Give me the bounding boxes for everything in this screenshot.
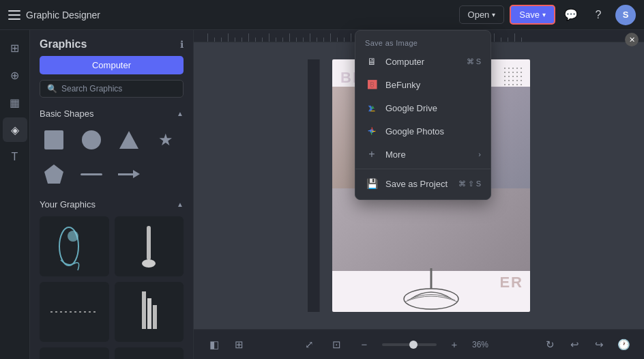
google-photos-icon bbox=[365, 124, 379, 138]
history-icon[interactable]: 🕐 bbox=[614, 335, 633, 354]
dropdown-item-google-photos[interactable]: Google Photos bbox=[355, 119, 491, 143]
graphic-thumb-2[interactable] bbox=[115, 216, 184, 276]
tab-computer[interactable]: Computer bbox=[40, 56, 184, 74]
topbar-center: Open ▾ Save ▾ bbox=[459, 5, 555, 25]
dropdown-item-more[interactable]: + More › bbox=[355, 143, 491, 166]
topbar: Graphic Designer Open ▾ Save ▾ 💬 ? S bbox=[0, 0, 644, 30]
svg-point-3 bbox=[142, 259, 156, 268]
refresh-icon[interactable]: ↻ bbox=[540, 335, 559, 354]
graphics-grid bbox=[30, 214, 193, 359]
shape-pentagon[interactable] bbox=[40, 160, 68, 188]
more-icon: + bbox=[365, 147, 379, 161]
computer-icon: 🖥 bbox=[365, 55, 379, 68]
zoom-slider[interactable] bbox=[382, 343, 437, 346]
open-chevron-icon: ▾ bbox=[492, 11, 495, 18]
graphics-panel: Graphics ℹ Computer 🔍 Search Graphics Ba… bbox=[30, 30, 194, 359]
zoom-out-icon[interactable]: − bbox=[355, 335, 374, 354]
topbar-right: 💬 ? S bbox=[561, 5, 636, 25]
chat-icon[interactable]: 💬 bbox=[561, 5, 581, 25]
undo-icon[interactable]: ↩ bbox=[565, 335, 584, 354]
shape-line[interactable] bbox=[77, 160, 106, 188]
dropdown-item-befunky[interactable]: 🅱 BeFunky bbox=[355, 73, 491, 96]
svg-point-1 bbox=[68, 231, 78, 242]
shape-square[interactable] bbox=[40, 126, 68, 154]
dropdown-item-google-drive[interactable]: Google Drive bbox=[355, 96, 491, 119]
svg-rect-5 bbox=[142, 291, 146, 329]
basic-shapes-section-header: Basic Shapes ▲ bbox=[30, 104, 193, 123]
layers-icon[interactable]: ◧ bbox=[205, 335, 224, 354]
svg-rect-7 bbox=[153, 305, 157, 329]
your-graphics-collapse-icon[interactable]: ▲ bbox=[177, 201, 184, 208]
graphic-thumb-6[interactable] bbox=[115, 347, 184, 359]
search-graphics-input[interactable]: 🔍 Search Graphics bbox=[40, 80, 184, 98]
your-graphics-section-header: Your Graphics ▲ bbox=[30, 195, 193, 214]
save-project-icon: 💾 bbox=[365, 177, 379, 190]
bottom-right: ↻ ↩ ↪ 🕐 bbox=[540, 335, 633, 354]
svg-rect-6 bbox=[147, 298, 151, 329]
shape-arrow[interactable] bbox=[115, 160, 143, 188]
shape-circle[interactable] bbox=[77, 126, 106, 154]
shape-star[interactable]: ★ bbox=[151, 126, 180, 154]
search-icon: 🔍 bbox=[47, 84, 57, 94]
zoom-value: 36% bbox=[472, 340, 488, 349]
save-as-image-label: Save as Image bbox=[355, 35, 491, 50]
computer-shortcut: ⌘ S bbox=[467, 57, 481, 66]
close-overlay-icon[interactable]: ✕ bbox=[625, 33, 639, 46]
redo-icon[interactable]: ↪ bbox=[589, 335, 609, 354]
sidebar-item-adjust[interactable]: ⊕ bbox=[3, 63, 27, 87]
app-title: Graphic Designer bbox=[26, 10, 100, 20]
shapes-grid: ★ bbox=[30, 123, 193, 195]
canvas-text-er: ER bbox=[499, 274, 523, 291]
panel-title: Graphics bbox=[40, 38, 87, 51]
graphic-thumb-3[interactable] bbox=[40, 282, 109, 342]
zoom-in-icon[interactable]: + bbox=[445, 335, 464, 354]
graphic-thumb-4[interactable] bbox=[115, 282, 184, 342]
info-icon[interactable]: ℹ bbox=[180, 39, 184, 50]
graphic-thumb-1[interactable] bbox=[40, 216, 109, 276]
topbar-left: Graphic Designer bbox=[8, 10, 454, 20]
ruler-vertical bbox=[308, 59, 320, 312]
your-graphics-label: Your Graphics bbox=[40, 199, 96, 210]
save-project-shortcut: ⌘ ⇧ S bbox=[458, 180, 481, 188]
crop-icon[interactable]: ⊡ bbox=[327, 335, 347, 354]
help-icon[interactable]: ? bbox=[588, 5, 609, 25]
panel-header: Graphics ℹ bbox=[30, 30, 193, 56]
befunky-icon: 🅱 bbox=[365, 78, 379, 91]
bottom-left: ◧ ⊞ bbox=[205, 335, 248, 354]
basic-shapes-collapse-icon[interactable]: ▲ bbox=[177, 110, 184, 117]
dropdown-item-computer[interactable]: 🖥 Computer ⌘ S bbox=[355, 50, 491, 73]
canvas-bottom-bar: ◧ ⊞ ⤢ ⊡ − + 36% ↻ ↩ ↪ 🕐 bbox=[194, 329, 644, 359]
tab-row: Computer bbox=[30, 56, 193, 80]
sidebar-item-shapes[interactable]: ◈ bbox=[3, 117, 27, 142]
icon-sidebar: ⊞ ⊕ ▦ ◈ T bbox=[0, 30, 30, 359]
main-layout: ⊞ ⊕ ▦ ◈ T Graphics ℹ Computer 🔍 Search G… bbox=[0, 30, 644, 359]
save-button[interactable]: Save ▾ bbox=[510, 5, 555, 25]
google-drive-icon bbox=[365, 101, 379, 115]
menu-icon[interactable] bbox=[8, 10, 20, 20]
sidebar-item-grid[interactable]: ⊞ bbox=[3, 35, 27, 60]
avatar[interactable]: S bbox=[615, 5, 636, 25]
shape-triangle[interactable] bbox=[115, 126, 143, 154]
search-row: 🔍 Search Graphics bbox=[30, 80, 193, 104]
dropdown-item-save-project[interactable]: 💾 Save as Project ⌘ ⇧ S bbox=[355, 172, 491, 195]
basic-shapes-label: Basic Shapes bbox=[40, 109, 94, 119]
bottom-center: ⤢ ⊡ − + 36% bbox=[300, 335, 488, 354]
svg-rect-2 bbox=[147, 226, 151, 260]
sidebar-item-text[interactable]: T bbox=[3, 145, 27, 169]
save-dropdown-menu: Save as Image 🖥 Computer ⌘ S 🅱 BeFunky G… bbox=[355, 30, 491, 200]
more-chevron-icon: › bbox=[478, 150, 481, 158]
save-chevron-icon: ▾ bbox=[542, 11, 546, 18]
fit-screen-icon[interactable]: ⤢ bbox=[300, 335, 319, 354]
grid-view-icon[interactable]: ⊞ bbox=[229, 335, 248, 354]
zoom-handle bbox=[409, 341, 418, 349]
dropdown-divider bbox=[355, 169, 491, 169]
graphic-thumb-5[interactable] bbox=[40, 347, 109, 359]
open-button[interactable]: Open ▾ bbox=[459, 5, 505, 24]
sidebar-item-table[interactable]: ▦ bbox=[3, 90, 27, 115]
